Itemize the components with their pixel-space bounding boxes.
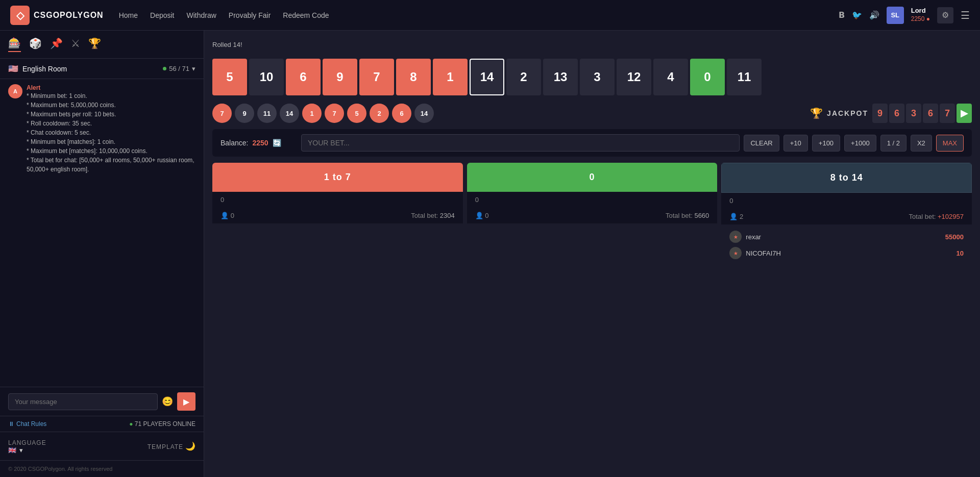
nav-home[interactable]: Home <box>119 9 138 21</box>
person-icon-1: 👤 <box>475 212 483 219</box>
zone-1to7-players: 0 <box>231 212 234 219</box>
send-button[interactable]: ▶ <box>177 392 195 411</box>
room-selector[interactable]: 🇺🇸 English Room 56 / 71 ▾ <box>0 59 204 79</box>
jackpot-area: 🏆 JACKPOT 9 6 3 6 7 ▶ <box>810 104 972 123</box>
hamburger-button[interactable]: ☰ <box>961 9 970 21</box>
svg-text:◇: ◇ <box>16 10 25 21</box>
bet-1to7-button[interactable]: 1 to 7 <box>212 163 463 192</box>
plus100-button[interactable]: +100 <box>812 135 840 152</box>
dot-online: ● <box>129 420 133 428</box>
roulette-item-8: 2 <box>506 59 541 95</box>
user-name: Lord <box>911 7 930 15</box>
players-online: ● 71 PLAYERS ONLINE <box>129 420 195 428</box>
player-bet-0: 55000 <box>945 233 964 241</box>
logo[interactable]: ◇ CSGOPOLYGON <box>10 6 104 25</box>
jackpot-d0: 9 <box>872 104 888 123</box>
user-avatar[interactable]: SL <box>887 7 904 24</box>
x2-button[interactable]: X2 <box>911 135 932 152</box>
player-name-0: rexar <box>746 233 761 241</box>
tab-trophy[interactable]: 🏆 <box>88 37 101 52</box>
roulette-item-11: 12 <box>617 59 651 95</box>
jackpot-d5: ▶ <box>957 104 972 123</box>
ball-5: 7 <box>325 104 344 123</box>
ball-4: 1 <box>302 104 322 123</box>
sidebar-tabs: 🎰 🎲 📌 ⚔ 🏆 <box>0 31 204 59</box>
person-icon-0: 👤 <box>220 212 229 219</box>
flag-icon: 🇺🇸 <box>8 64 18 73</box>
roulette-item-13: 0 <box>690 59 725 95</box>
roulette-item-2: 6 <box>286 59 321 95</box>
tab-dice[interactable]: 🎲 <box>29 37 42 52</box>
jackpot-row: 7 9 11 14 1 7 5 2 6 14 🏆 JACKPOT 9 6 3 6 <box>212 104 972 123</box>
jackpot-digits: 9 6 3 6 7 ▶ <box>872 104 972 123</box>
bet-8to14-button[interactable]: 8 to 14 <box>721 163 972 193</box>
zone-8to14-total: +102957 <box>938 213 964 220</box>
recent-balls: 7 9 11 14 1 7 5 2 6 14 <box>212 104 434 123</box>
zone-8to14-players: 2 <box>740 213 743 220</box>
betting-zones: 1 to 7 0 👤 0 Total bet: 2304 0 <box>212 163 972 265</box>
roulette-item-5: 8 <box>396 59 431 95</box>
ball-6: 5 <box>347 104 366 123</box>
roulette-item-7: 14 <box>470 59 504 95</box>
roulette-item-9: 13 <box>543 59 578 95</box>
player-avatar-1: ★ <box>729 247 742 259</box>
pause-icon: ⏸ <box>8 420 14 428</box>
player-name-1: NICOFAI7H <box>746 249 781 257</box>
nav-links: Home Deposit Withdraw Provably Fair Rede… <box>119 9 839 21</box>
alert-text: * Minimum bet: 1 coin. * Maximum bet: 5,… <box>27 91 195 174</box>
volume-icon[interactable]: 🔊 <box>869 10 879 20</box>
chat-rules-button[interactable]: ⏸ Chat Rules <box>8 420 46 428</box>
jackpot-d3: 6 <box>923 104 938 123</box>
zone-1to7-bet: 0 <box>220 196 224 204</box>
twitter-icon[interactable]: 🐦 <box>852 10 862 20</box>
players-list-8to14: ★ rexar 55000 ★ NICOFAI7H <box>721 224 972 265</box>
brand-name: CSGOPOLYGON <box>34 11 104 20</box>
jackpot-d4: 7 <box>940 104 955 123</box>
sidebar-lang: LANGUAGE 🇬🇧 ▾ TEMPLATE 🌙 <box>0 432 204 460</box>
nav-right: 𝗕 🐦 🔊 SL Lord 2250 ● ⚙ ☰ <box>839 7 970 24</box>
nav-redeem-code[interactable]: Redeem Code <box>283 9 329 21</box>
roulette-track: 5 10 6 9 7 8 1 14 2 13 3 12 4 0 11 <box>212 57 972 97</box>
tab-vs[interactable]: ⚔ <box>71 37 80 52</box>
ball-7: 2 <box>370 104 389 123</box>
theme-toggle[interactable]: 🌙 <box>185 442 195 450</box>
tab-crash[interactable]: 📌 <box>50 37 63 52</box>
chat-footer: ⏸ Chat Rules ● 71 PLAYERS ONLINE <box>0 416 204 432</box>
clear-button[interactable]: CLEAR <box>744 135 779 152</box>
roulette-item-3: 9 <box>323 59 357 95</box>
tab-roulette[interactable]: 🎰 <box>8 37 21 52</box>
nav-withdraw[interactable]: Withdraw <box>186 9 216 21</box>
half-button[interactable]: 1 / 2 <box>880 135 906 152</box>
person-icon-2: 👤 <box>729 213 738 220</box>
bet-input[interactable] <box>301 134 740 152</box>
jackpot-d1: 6 <box>889 104 904 123</box>
nav-deposit[interactable]: Deposit <box>150 9 174 21</box>
player-entry-1: ★ NICOFAI7H 10 <box>729 245 964 261</box>
main-layout: 🎰 🎲 📌 ⚔ 🏆 🇺🇸 English Room 56 / 71 ▾ A Al… <box>0 31 980 477</box>
jackpot-label: JACKPOT <box>827 109 868 117</box>
vk-icon[interactable]: 𝗕 <box>839 10 845 20</box>
player-bet-1: 10 <box>957 249 964 257</box>
nav-provably-fair[interactable]: Provably Fair <box>229 9 271 21</box>
alert-username: Alert <box>27 84 195 91</box>
room-name: English Room <box>22 65 67 73</box>
zone-8to14: 8 to 14 0 👤 2 Total bet: +102957 <box>721 163 972 265</box>
roll-result: Rolled 14! <box>212 39 972 51</box>
roulette-item-12: 4 <box>653 59 688 95</box>
refresh-balance-button[interactable]: 🔄 <box>273 139 281 147</box>
zone-1to7: 1 to 7 0 👤 0 Total bet: 2304 <box>212 163 463 265</box>
sidebar: 🎰 🎲 📌 ⚔ 🏆 🇺🇸 English Room 56 / 71 ▾ A Al… <box>0 31 204 477</box>
logo-icon: ◇ <box>10 6 30 25</box>
plus10-button[interactable]: +10 <box>783 135 808 152</box>
user-coins: 2250 ● <box>911 15 930 23</box>
bet-0-button[interactable]: 0 <box>467 163 718 192</box>
navbar: ◇ CSGOPOLYGON Home Deposit Withdraw Prov… <box>0 0 980 31</box>
plus1000-button[interactable]: +1000 <box>844 135 876 152</box>
max-button[interactable]: MAX <box>936 135 964 152</box>
ball-8: 6 <box>392 104 411 123</box>
settings-button[interactable]: ⚙ <box>937 7 953 23</box>
ball-1: 9 <box>235 104 254 123</box>
language-selector[interactable]: 🇬🇧 ▾ <box>8 446 46 454</box>
chat-input[interactable] <box>8 393 158 410</box>
emoji-button[interactable]: 😊 <box>162 396 173 407</box>
